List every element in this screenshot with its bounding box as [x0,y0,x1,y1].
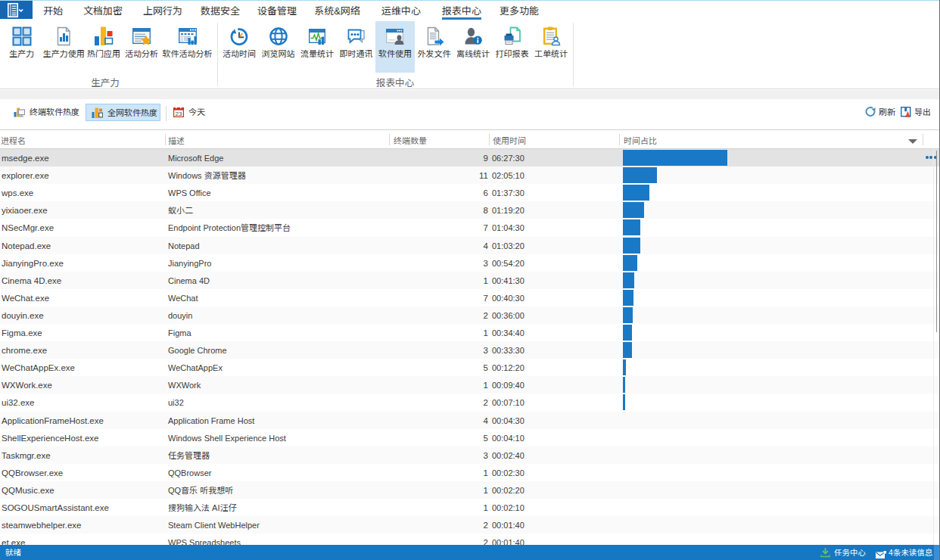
svg-text:23: 23 [176,110,182,117]
